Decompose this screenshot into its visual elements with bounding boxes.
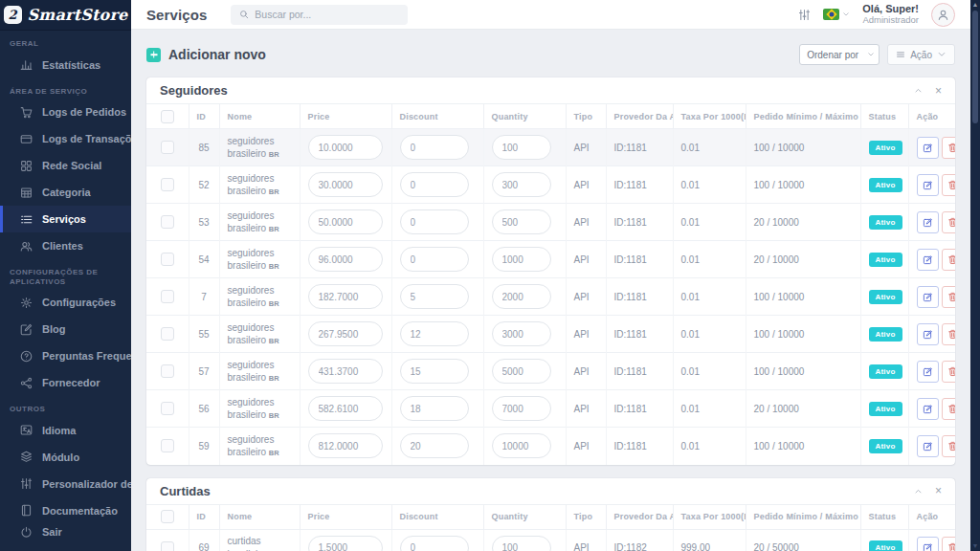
- sidebar-item-blog[interactable]: Blog: [0, 316, 131, 342]
- edit-button[interactable]: [917, 361, 939, 383]
- action-button[interactable]: Ação: [887, 44, 955, 65]
- row-checkbox[interactable]: [161, 364, 174, 378]
- language-selector[interactable]: [823, 9, 850, 20]
- edit-button[interactable]: [917, 137, 939, 159]
- cell-type: API: [566, 353, 606, 390]
- delete-button[interactable]: [942, 537, 956, 551]
- scrollbar-thumb[interactable]: [972, 11, 978, 123]
- price-input[interactable]: [308, 284, 383, 309]
- quantity-input[interactable]: [492, 321, 551, 346]
- cards: Seguidores × IDNomePriceDiscountQuantity…: [131, 77, 970, 551]
- delete-button[interactable]: [942, 174, 956, 196]
- sidebar-item-fornecedor[interactable]: Fornecedor: [0, 369, 131, 396]
- edit-button[interactable]: [917, 286, 939, 308]
- row-checkbox[interactable]: [161, 141, 174, 154]
- sidebar-item-categoria[interactable]: Categoria: [0, 179, 131, 206]
- discount-input[interactable]: [400, 321, 469, 346]
- discount-input[interactable]: [400, 433, 469, 458]
- table-row: 53 seguidores brasileiro BR API ID:1181 …: [146, 204, 955, 241]
- discount-input[interactable]: [400, 209, 469, 234]
- delete-button[interactable]: [942, 361, 956, 383]
- sidebar-item-estatisticas[interactable]: Estatísticas: [0, 52, 131, 78]
- price-input[interactable]: [308, 536, 383, 551]
- edit-button[interactable]: [917, 211, 939, 233]
- quantity-input[interactable]: [492, 247, 551, 272]
- quantity-input[interactable]: [492, 209, 551, 234]
- column-header: Ação: [908, 504, 955, 529]
- price-input[interactable]: [308, 359, 383, 384]
- edit-button[interactable]: [917, 537, 939, 551]
- select-all-checkbox[interactable]: [161, 110, 174, 123]
- order-by-select[interactable]: Ordenar por: [799, 44, 880, 65]
- add-new-button[interactable]: Adicionar novo: [146, 47, 266, 62]
- price-input[interactable]: [308, 172, 383, 197]
- row-checkbox[interactable]: [161, 290, 174, 303]
- delete-button[interactable]: [942, 249, 956, 271]
- sidebar-item-sair[interactable]: Sair: [0, 518, 131, 545]
- sidebar-item-configuracoes[interactable]: Configurações: [0, 289, 131, 316]
- quantity-input[interactable]: [492, 433, 551, 458]
- select-all-checkbox[interactable]: [161, 510, 174, 523]
- edit-button[interactable]: [917, 323, 939, 345]
- close-icon[interactable]: ×: [935, 485, 942, 496]
- quantity-input[interactable]: [492, 135, 551, 160]
- price-input[interactable]: [308, 321, 383, 346]
- module-icon: [20, 451, 33, 463]
- sliders-icon[interactable]: [798, 9, 811, 21]
- price-input[interactable]: [308, 135, 383, 160]
- discount-input[interactable]: [400, 247, 469, 272]
- delete-button[interactable]: [942, 211, 956, 233]
- sidebar-item-servicos[interactable]: Serviços: [0, 206, 131, 232]
- sidebar-item-idioma[interactable]: Idioma: [0, 417, 131, 444]
- row-checkbox[interactable]: [161, 178, 174, 191]
- row-checkbox[interactable]: [161, 215, 174, 229]
- discount-input[interactable]: [400, 135, 469, 160]
- discount-input[interactable]: [400, 536, 469, 551]
- collapse-icon[interactable]: [914, 86, 923, 95]
- quantity-input[interactable]: [492, 536, 551, 551]
- discount-input[interactable]: [400, 359, 469, 384]
- row-checkbox[interactable]: [161, 541, 174, 551]
- delete-button[interactable]: [942, 323, 956, 345]
- sidebar-item-modulo[interactable]: Módulo: [0, 444, 131, 471]
- collapse-icon[interactable]: [914, 487, 923, 496]
- search-input[interactable]: [255, 9, 399, 20]
- quantity-input[interactable]: [492, 396, 551, 421]
- delete-button[interactable]: [942, 435, 956, 457]
- close-icon[interactable]: ×: [935, 85, 942, 97]
- sidebar-item-personalizador-de-tema[interactable]: Personalizador de Tema: [0, 471, 131, 497]
- row-checkbox[interactable]: [161, 253, 174, 266]
- avatar[interactable]: [931, 3, 955, 27]
- sidebar-item-clientes[interactable]: Clientes: [0, 232, 131, 259]
- quantity-input[interactable]: [492, 359, 551, 384]
- price-input[interactable]: [308, 433, 383, 458]
- brand-logo[interactable]: 2 SmartStore: [0, 0, 131, 31]
- sidebar-item-label: Rede Social: [42, 160, 101, 171]
- row-checkbox[interactable]: [161, 327, 174, 341]
- delete-button[interactable]: [942, 137, 956, 159]
- price-input[interactable]: [308, 247, 383, 272]
- price-input[interactable]: [308, 396, 383, 421]
- quantity-input[interactable]: [492, 284, 551, 309]
- sidebar-item-logs-de-pedidos[interactable]: Logs de Pedidos: [0, 99, 131, 125]
- edit-button[interactable]: [917, 435, 939, 457]
- sidebar-item-logs-de-transacoes[interactable]: Logs de Transações: [0, 125, 131, 152]
- delete-button[interactable]: [942, 398, 956, 420]
- delete-button[interactable]: [942, 286, 956, 308]
- vertical-scrollbar[interactable]: ▲ ▼: [970, 0, 980, 551]
- sidebar-item-rede-social[interactable]: Rede Social: [0, 152, 131, 179]
- price-input[interactable]: [308, 209, 383, 234]
- scroll-up-arrow[interactable]: ▲: [972, 0, 979, 9]
- edit-button[interactable]: [917, 174, 939, 196]
- discount-input[interactable]: [400, 284, 469, 309]
- discount-input[interactable]: [400, 396, 469, 421]
- scroll-down-arrow[interactable]: ▼: [972, 541, 979, 550]
- row-checkbox[interactable]: [161, 439, 174, 452]
- edit-button[interactable]: [917, 249, 939, 271]
- quantity-input[interactable]: [492, 172, 551, 197]
- edit-button[interactable]: [917, 398, 939, 420]
- cell-type: API: [566, 529, 606, 551]
- sidebar-item-perguntas-frequentes[interactable]: Perguntas Frequentes: [0, 342, 131, 369]
- discount-input[interactable]: [400, 172, 469, 197]
- row-checkbox[interactable]: [161, 402, 174, 415]
